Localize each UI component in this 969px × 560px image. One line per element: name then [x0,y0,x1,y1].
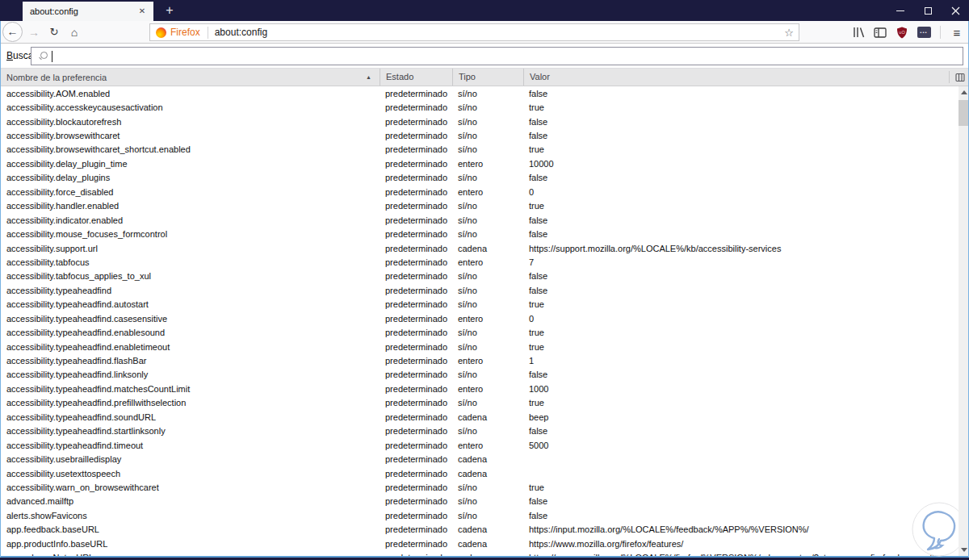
table-row[interactable]: accessibility.force_disabledpredetermina… [0,185,958,199]
column-header-name[interactable]: Nombre de la preferencia ▲ [0,73,380,82]
new-tab-button[interactable]: + [159,2,180,21]
table-row[interactable]: accessibility.support.urlpredeterminadoc… [0,241,958,255]
table-row[interactable]: accessibility.typeaheadfind.enabletimeou… [0,340,958,353]
pref-status: predeterminado [380,469,452,479]
pref-name: alerts.showFavicons [0,511,380,520]
table-row[interactable]: accessibility.typeaheadfind.linksonlypre… [0,368,958,382]
home-button[interactable]: ⌂ [65,23,84,42]
pref-status: predeterminado [380,286,452,295]
ublock-origin-icon[interactable]: uO [895,25,909,40]
pref-type: sí/no [452,286,523,295]
pref-type: cadena [452,412,523,422]
pref-type: sí/no [452,117,523,127]
pref-value: 1 [523,356,958,366]
pref-value: true [523,483,958,492]
pref-status: predeterminado [380,356,452,366]
url-text[interactable]: about:config [215,27,785,38]
column-header-type[interactable]: Tipo [452,69,523,86]
pref-value: https://support.mozilla.org/%LOCALE%/kb/… [523,244,958,253]
pref-status: predeterminado [380,244,452,253]
minimize-button[interactable] [887,0,914,21]
reload-button[interactable]: ↻ [44,23,64,42]
search-input[interactable] [31,47,963,65]
pref-type: cadena [452,244,523,253]
table-row[interactable]: app.productInfo.baseURLpredeterminadocad… [0,537,958,550]
pref-type: sí/no [452,271,523,281]
pref-type: sí/no [452,426,523,436]
bookmark-star-icon[interactable]: ☆ [784,27,794,39]
pref-status: predeterminado [380,483,452,492]
pref-type: entero [452,159,523,169]
config-search-row: Buscar: [0,44,969,69]
table-row[interactable]: accessibility.usebrailledisplaypredeterm… [0,452,958,466]
table-row[interactable]: accessibility.blockautorefreshpredetermi… [0,115,958,128]
pref-name: accessibility.usetexttospeech [0,469,380,479]
pref-name: accessibility.typeaheadfind.matchesCount… [0,384,380,394]
pref-value: false [523,271,958,281]
pref-status: predeterminado [380,328,452,337]
column-picker-icon[interactable] [955,73,965,84]
table-row[interactable]: accessibility.typeaheadfind.prefillwiths… [0,396,958,410]
table-row[interactable]: accessibility.accesskeycausesactivationp… [0,100,958,114]
pref-name: accessibility.typeaheadfind.casesensitiv… [0,314,380,324]
tab-close-icon[interactable]: ✕ [136,5,149,18]
table-row[interactable]: accessibility.typeaheadfind.matchesCount… [0,382,958,395]
table-row[interactable]: accessibility.typeaheadfindpredeterminad… [0,283,958,297]
table-row[interactable]: accessibility.delay_plugin_timepredeterm… [0,157,958,170]
table-row[interactable]: accessibility.handler.enabledpredetermin… [0,199,958,213]
table-row[interactable]: accessibility.tabfocus_applies_to_xulpre… [0,270,958,283]
extension-icon[interactable]: ••• [917,25,931,40]
table-row[interactable]: accessibility.warn_on_browsewithcaretpre… [0,480,958,494]
pref-name: accessibility.blockautorefresh [0,117,380,127]
pref-status: predeterminado [380,159,452,169]
table-row[interactable]: accessibility.browsewithcaret_shortcut.e… [0,143,958,157]
pref-status: predeterminado [380,229,452,239]
column-header-status[interactable]: Estado [380,69,452,86]
table-row[interactable]: accessibility.typeaheadfind.timeoutprede… [0,438,958,452]
table-row[interactable]: accessibility.typeaheadfind.casesensitiv… [0,311,958,325]
column-header-value[interactable]: Valor [523,69,948,86]
table-row[interactable]: accessibility.mouse_focuses_formcontrolp… [0,227,958,240]
pref-status: predeterminado [380,539,452,549]
table-row[interactable]: accessibility.indicator.enabledpredeterm… [0,213,958,227]
table-row[interactable]: advanced.mailftppredeterminadosí/nofalse [0,495,958,508]
search-icon [38,52,48,61]
pref-type: sí/no [452,173,523,182]
pref-name: accessibility.typeaheadfind.enabletimeou… [0,342,380,352]
pref-value: 1000 [523,384,958,394]
pref-status: predeterminado [380,524,452,534]
table-row[interactable]: app.feedback.baseURLpredeterminadocadena… [0,523,958,537]
menu-icon[interactable]: ≡ [950,25,964,40]
pref-name: app.feedback.baseURL [0,524,380,534]
table-row[interactable]: accessibility.typeaheadfind.autostartpre… [0,298,958,311]
table-row[interactable]: accessibility.browsewithcaretpredetermin… [0,128,958,142]
pref-name: accessibility.delay_plugins [0,173,380,182]
pref-name: accessibility.typeaheadfind.flashBar [0,356,380,366]
pref-name: accessibility.AOM.enabled [0,89,380,98]
pref-status: predeterminado [380,454,452,464]
library-icon[interactable] [851,25,866,40]
table-row[interactable]: accessibility.delay_pluginspredeterminad… [0,171,958,185]
close-button[interactable] [942,0,969,21]
url-bar[interactable]: Firefox about:config ☆ [149,23,799,41]
sidebar-icon[interactable] [873,25,887,40]
table-row[interactable]: accessibility.typeaheadfind.enablesoundp… [0,325,958,339]
table-row[interactable]: accessibility.typeaheadfind.startlinkson… [0,424,958,438]
back-button[interactable]: ← [2,22,23,42]
pref-status: predeterminado [380,398,452,407]
forward-button[interactable]: → [24,23,44,42]
table-row[interactable]: accessibility.typeaheadfind.flashBarpred… [0,353,958,367]
maximize-button[interactable] [914,0,942,21]
table-row[interactable]: accessibility.tabfocuspredeterminadoente… [0,255,958,269]
pref-type: entero [452,356,523,366]
pref-status: predeterminado [380,299,452,309]
pref-name: accessibility.tabfocus_applies_to_xul [0,271,380,281]
pref-value: false [523,511,958,520]
tab-about-config[interactable]: about:config ✕ [23,2,153,21]
table-row[interactable]: accessibility.typeaheadfind.soundURLpred… [0,410,958,424]
table-row[interactable]: accessibility.usetexttospeechpredetermin… [0,466,958,480]
toolbar-buttons: uO ••• ≡ [851,21,964,44]
table-row[interactable]: alerts.showFaviconspredeterminadosí/nofa… [0,508,958,522]
pref-type: sí/no [452,215,523,225]
table-row[interactable]: accessibility.AOM.enabledpredeterminados… [0,86,958,100]
